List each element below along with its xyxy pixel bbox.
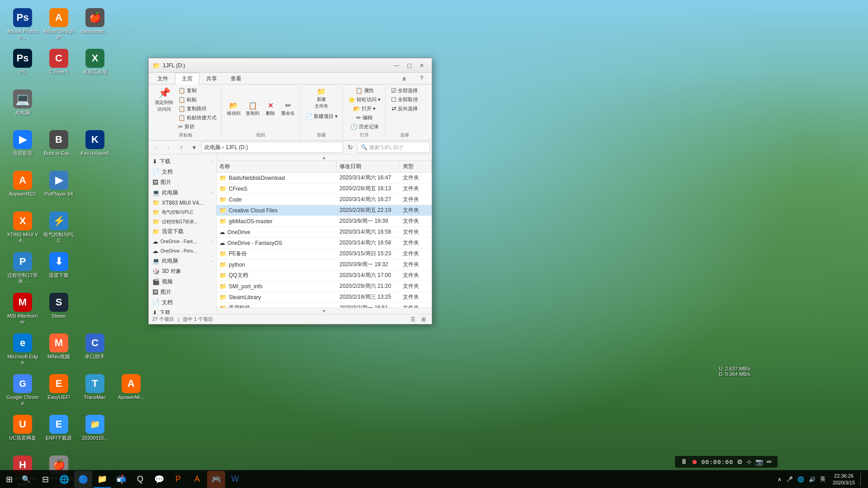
ribbon-btn-pin[interactable]: 📌 固定到快 访问问 [153,86,175,113]
desktop-icon-apowermi[interactable]: A ApowerMi... [113,371,149,411]
table-row[interactable]: 📁SMI_port_info 2020/2/29/周六 21:20 文件夹 [217,281,432,292]
desktop-icon-potplayer[interactable]: ▶ PotPlayer 64 [41,167,77,208]
nav-back-button[interactable]: ‹ [151,142,161,153]
ribbon-btn-pasteshortcut[interactable]: 📋 粘贴快捷方式 [176,113,218,122]
window-minimize-button[interactable]: — [390,59,403,72]
desktop-icon-ps2[interactable]: Ps PS [5,45,41,86]
table-row[interactable]: 📁Creative Cloud Files 2020/2/28/周五 22:19… [217,205,432,216]
ribbon-btn-paste[interactable]: 📋 粘贴 [176,95,218,104]
systray-lang[interactable]: 英 [818,474,827,484]
desktop-icon-xldown[interactable]: ⬇ 迅雷下载 [41,249,77,289]
desktop-icon-boottoexe[interactable]: B Boot to Exe... [41,127,77,167]
sidebar-item-onedrive-fant[interactable]: ☁ OneDrive - Fant... › [149,237,216,246]
window-maximize-button[interactable]: ▢ [403,59,415,72]
address-path[interactable]: 此电脑 › 1JFL (D:) [201,142,343,153]
taskbar-app-game[interactable]: 🎮 [207,471,225,488]
desktop-icon-minui[interactable]: M MiNiu视频 [41,330,77,371]
desktop-icon-xt883[interactable]: X XT883 MIUI V4... [5,208,41,249]
ribbon-btn-moveto[interactable]: 📂 移动到 [225,100,242,117]
table-row[interactable]: 📁SteamLibrary 2020/2/19/周三 13:25 文件夹 [217,292,432,303]
table-row[interactable]: ☁OneDrive 2020/3/14/周六 16:58 文件夹 [217,227,432,238]
desktop-icon-date[interactable]: 📁 20200315... [77,411,113,452]
window-close-button[interactable]: ✕ [415,59,428,72]
table-row[interactable]: 📁常用软件 2020/3/2/周一 16:51 文件夹 [217,303,432,308]
desktop-icon-enfi[interactable]: E ENFI下载器 [41,411,77,452]
recording-camera-icon[interactable]: 📷 [755,458,763,465]
desktop-icon-adobe-ps[interactable]: Ps Adobe Photosh... [5,5,41,45]
show-desktop-button[interactable] [860,473,864,486]
desktop-icon-apowerrec[interactable]: A AopwerREC [5,167,41,208]
systray-network[interactable]: 🌐 [796,475,806,483]
ribbon-help-button[interactable]: ? [413,73,430,84]
taskbar-app-chrome[interactable]: 🔵 [74,471,92,488]
taskbar-app-qq[interactable]: Q [131,471,149,488]
ribbon-btn-selectall[interactable]: ☑ 全部选择 [389,86,420,95]
sidebar-item-pictures[interactable]: 🖼 图片 [149,177,216,188]
desktop-icon-proc17[interactable]: P 过程控制17班录... [5,249,41,289]
taskbar-app-mail[interactable]: 📬 [112,471,130,488]
table-row[interactable]: 📁CFreeS 2020/2/28/周五 16:13 文件夹 [217,183,432,194]
address-search[interactable]: 🔍 搜索"1JFL (D:)" [358,142,430,153]
desktop-icon-transmac[interactable]: T TransMac [77,371,113,411]
sidebar-item-video[interactable]: 🎬 视频 [149,277,216,287]
sidebar-item-download[interactable]: ⬇ 下载 › [149,156,216,167]
desktop-icon-cfree[interactable]: C C Free 5 [41,45,77,86]
desktop-icon-thunder[interactable]: ▶ 迅雷影音 [5,127,41,167]
sidebar-item-thispc2[interactable]: 💻 此电脑 › [149,256,216,266]
desktop-icon-elec[interactable]: ⚡ 电气控制与PLC [41,208,77,249]
sidebar-item-pics2[interactable]: 🖼 图片 [149,287,216,297]
ribbon-btn-easyaccess[interactable]: ⭐ 轻松访问 ▾ [346,95,382,104]
taskbar-app-wechat[interactable]: 💬 [150,471,168,488]
taskbar-search-button[interactable]: 🔍 [18,470,34,488]
nav-up-button[interactable]: ↑ [176,142,187,153]
sidebar-item-elec[interactable]: 📁 电气控制与PLC [149,207,216,217]
column-name[interactable]: 名称 [217,161,337,172]
taskbar-clock[interactable]: 22:36:26 2020/3/15 [829,473,859,486]
ribbon-btn-edit[interactable]: ✏ 编辑 [354,113,374,122]
desktop-icon-hackintosh[interactable]: 🍎 hackintosh... [77,5,113,45]
systray-mic[interactable]: 🎤 [784,475,795,483]
ribbon-collapse-button[interactable]: ∧ [395,73,413,84]
desktop-icon-msi[interactable]: M MSI Afterburner [5,289,41,330]
ribbon-btn-cut[interactable]: ✂ 剪切 [176,122,218,131]
taskbar-app-edge[interactable]: 🌐 [55,471,73,488]
recording-pause-button[interactable]: ⏸ [680,458,688,466]
recording-settings-icon[interactable]: ⚙ [737,458,743,465]
ribbon-btn-delete[interactable]: ✕ 删除 [263,100,278,117]
desktop-icon-chuanzi[interactable]: C 串口助手 [77,330,113,371]
table-row[interactable]: 📁Code 2020/3/14/周六 16:27 文件夹 [217,194,432,205]
desktop-icon-steam[interactable]: S Steam [41,289,77,330]
systray-volume[interactable]: 🔊 [807,475,817,483]
recording-crop-icon[interactable]: ⊹ [746,458,752,465]
desktop-icon-microsoft[interactable]: e Microsoft Edge [5,330,41,371]
sidebar-item-proc17[interactable]: 📁 过程控制17班录... [149,217,216,226]
nav-forward-button[interactable]: › [163,142,174,153]
ribbon-btn-invertselect[interactable]: ⇄ 反向选择 [390,104,420,113]
systray-arrow[interactable]: ∧ [776,475,783,483]
table-row[interactable]: ☁OneDrive - FantasyOS 2020/3/14/周六 16:58… [217,238,432,249]
column-type[interactable]: 类型 [400,161,432,172]
desktop-icon-uc[interactable]: U UC迅雷网盘 [5,411,41,452]
ribbon-tab-view[interactable]: 查看 [224,73,248,84]
desktop-icon-chrome[interactable]: G Google Chrome [5,371,41,411]
taskbar-start-button[interactable]: ⊞ [0,470,18,488]
ribbon-tab-file[interactable]: 文件 [151,73,175,84]
taskbar-app-screen[interactable]: A [188,471,206,488]
scroll-arrow-top[interactable]: ▲ [217,155,432,161]
ribbon-btn-rename[interactable]: ✏ 重命名 [279,100,297,117]
taskbar-app-explorer[interactable]: 📁 [93,471,111,488]
recording-pen-icon[interactable]: ✏ [767,458,772,465]
table-row[interactable]: 📁gibMacOS-master 2020/3/9/周一 19:39 文件夹 [217,216,432,227]
table-row[interactable]: 📁BaiduNetdiskDownload 2020/3/14/周六 16:47… [217,173,432,183]
sidebar-item-thispc[interactable]: 💻 此电脑 › [149,188,216,198]
ribbon-tab-home[interactable]: 主页 [175,73,199,84]
scroll-arrow-bottom[interactable]: ▼ [217,308,432,314]
taskbar-app-ppt[interactable]: P [169,471,187,488]
sidebar-item-3d[interactable]: 🎲 3D 对象 [149,266,216,277]
sidebar-item-docs[interactable]: 📄 文档 [149,167,216,177]
sidebar-item-xt883[interactable]: 📁 XT883 MIUI V4... [149,198,216,207]
desktop-icon-excel[interactable]: X 表格工具笔 [77,45,113,86]
view-details-button[interactable]: ☰ [408,315,417,324]
desktop-icon-pc[interactable]: 💻 此电脑 [5,86,41,127]
desktop-icon-altium[interactable]: A Altium Designer [41,5,77,45]
